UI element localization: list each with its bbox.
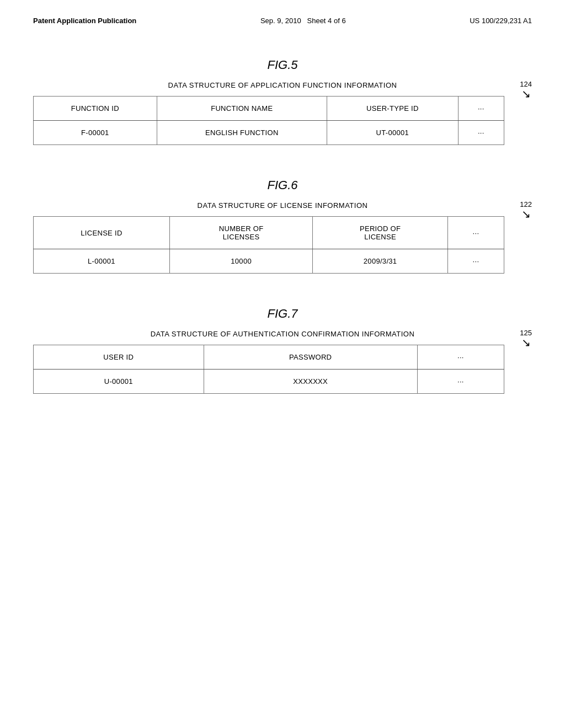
- fig6-row1-license-id: L-00001: [34, 249, 170, 274]
- table-row: U-00001 XXXXXXX ···: [34, 370, 504, 394]
- fig6-row1-dots: ···: [447, 249, 504, 274]
- figure-7-ref-number: 125: [520, 329, 532, 337]
- figure-6-ref-number: 122: [520, 200, 532, 208]
- figure-6-section: FIG.6 DATA STRUCTURE OF LICENSE INFORMAT…: [33, 178, 532, 274]
- figure-6-table: LICENSE ID NUMBER OFLICENSES PERIOD OFLI…: [33, 216, 504, 274]
- figure-7-table: USER ID PASSWORD ··· U-00001 XXXXXXX ···: [33, 345, 504, 394]
- header-publication: Patent Application Publication: [33, 17, 136, 25]
- fig6-col-dots: ···: [447, 217, 504, 249]
- fig7-row1-password: XXXXXXX: [204, 370, 417, 394]
- fig7-col-dots: ···: [417, 345, 504, 370]
- header-date-sheet: Sep. 9, 2010 Sheet 4 of 6: [260, 17, 346, 25]
- fig5-col-function-name: FUNCTION NAME: [157, 97, 327, 121]
- fig6-col-number-licenses: NUMBER OFLICENSES: [169, 217, 312, 249]
- figure-5-subtitle: DATA STRUCTURE OF APPLICATION FUNCTION I…: [33, 81, 532, 89]
- fig6-row1-number-licenses: 10000: [169, 249, 312, 274]
- fig7-col-user-id: USER ID: [34, 345, 204, 370]
- table-row: F-00001 ENGLISH FUNCTION UT-00001 ···: [34, 121, 504, 145]
- figure-6-title: FIG.6: [33, 178, 532, 192]
- fig6-col-license-id: LICENSE ID: [34, 217, 170, 249]
- fig5-col-user-type-id: USER-TYPE ID: [327, 97, 459, 121]
- figure-5-table-container: FUNCTION ID FUNCTION NAME USER-TYPE ID ·…: [33, 96, 532, 145]
- figure-7-title: FIG.7: [33, 307, 532, 321]
- figure-5-title: FIG.5: [33, 58, 532, 72]
- figure-7-table-container: USER ID PASSWORD ··· U-00001 XXXXXXX ···: [33, 345, 532, 394]
- fig5-row1-function-id: F-00001: [34, 121, 157, 145]
- figure-5-section: FIG.5 DATA STRUCTURE OF APPLICATION FUNC…: [33, 58, 532, 145]
- fig5-col-dots: ···: [458, 97, 504, 121]
- figure-6-table-container: LICENSE ID NUMBER OFLICENSES PERIOD OFLI…: [33, 216, 532, 274]
- fig6-row1-period-license: 2009/3/31: [313, 249, 448, 274]
- fig7-row1-user-id: U-00001: [34, 370, 204, 394]
- figure-5-table: FUNCTION ID FUNCTION NAME USER-TYPE ID ·…: [33, 96, 504, 145]
- table-row: L-00001 10000 2009/3/31 ···: [34, 249, 504, 274]
- fig6-col-period-license: PERIOD OFLICENSE: [313, 217, 448, 249]
- figure-7-section: FIG.7 DATA STRUCTURE OF AUTHENTICATION C…: [33, 307, 532, 394]
- page-header: Patent Application Publication Sep. 9, 2…: [33, 17, 532, 25]
- figure-5-ref-number: 124: [520, 80, 532, 88]
- header-patent-number: US 100/229,231 A1: [470, 17, 532, 25]
- fig5-row1-user-type-id: UT-00001: [327, 121, 459, 145]
- fig7-col-password: PASSWORD: [204, 345, 417, 370]
- figure-7-subtitle: DATA STRUCTURE OF AUTHENTICATION CONFIRM…: [33, 330, 532, 338]
- figure-6-subtitle: DATA STRUCTURE OF LICENSE INFORMATION: [33, 201, 532, 210]
- fig5-col-function-id: FUNCTION ID: [34, 97, 157, 121]
- fig5-row1-dots: ···: [458, 121, 504, 145]
- fig7-row1-dots: ···: [417, 370, 504, 394]
- fig5-row1-function-name: ENGLISH FUNCTION: [157, 121, 327, 145]
